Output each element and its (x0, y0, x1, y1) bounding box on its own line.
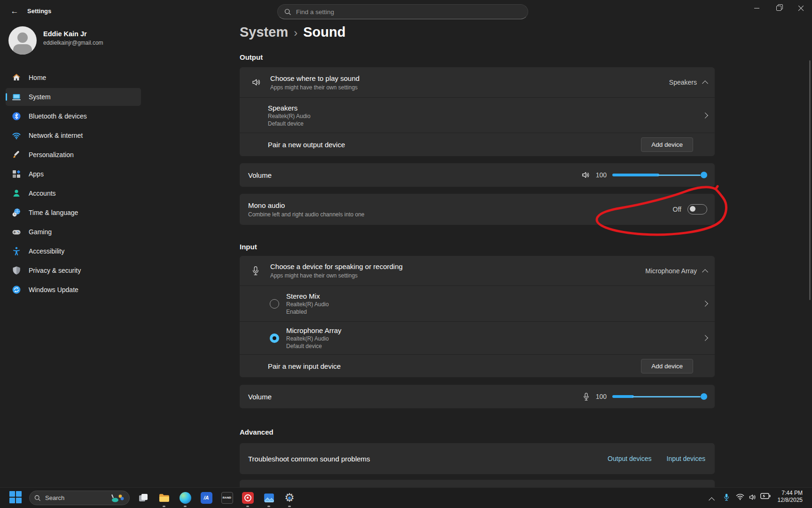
input-volume-row: Volume 100 (240, 385, 715, 408)
mono-audio-title: Mono audio (248, 201, 365, 210)
row-subtitle: Apps might have their own settings (270, 84, 359, 91)
input-volume-value: 100 (596, 393, 607, 400)
breadcrumb-chevron-icon: › (294, 25, 297, 40)
windows-update-icon (12, 285, 21, 294)
minimize-button[interactable] (746, 0, 767, 16)
scrollbar[interactable] (809, 60, 811, 300)
section-label-input: Input (240, 243, 257, 251)
personalization-icon (12, 150, 21, 159)
sidebar-item-windows-update[interactable]: Windows Update (6, 281, 141, 299)
back-button[interactable]: ← (8, 5, 22, 18)
sidebar-item-accounts[interactable]: Accounts (6, 184, 141, 202)
row-subtitle: Apps might have their own settings (270, 272, 403, 279)
input-device-row-stereo-mix[interactable]: Stereo Mix Realtek(R) Audio Enabled (240, 286, 715, 321)
output-devices-link[interactable]: Output devices (608, 455, 651, 462)
input-chooser-row[interactable]: Choose a device for speaking or recordin… (240, 256, 715, 286)
device-status: Enabled (286, 308, 329, 316)
restore-button[interactable] (768, 0, 789, 16)
running-indicator (288, 506, 291, 507)
radio-selected[interactable] (270, 333, 279, 343)
sidebar-item-system[interactable]: System (6, 88, 141, 106)
pair-input-row: Pair a new input device Add device (240, 355, 715, 377)
bluetooth-icon (12, 111, 21, 121)
sidebar-item-label: Personalization (29, 151, 74, 159)
edge-button[interactable] (178, 491, 192, 505)
tray-microphone-button[interactable] (723, 493, 730, 501)
settings-button[interactable]: ⚙ (282, 491, 297, 505)
mono-audio-state: Off (673, 206, 681, 213)
running-indicator (163, 506, 165, 507)
ia-app-button[interactable]: /A (199, 491, 213, 505)
search-highlight-image[interactable] (109, 493, 125, 503)
sidebar-item-time-language[interactable]: Time & language (6, 204, 141, 222)
sidebar-item-bluetooth[interactable]: Bluetooth & devices (6, 107, 141, 125)
app-title: Settings (27, 8, 51, 15)
page-title: Sound (303, 24, 345, 40)
section-label-output: Output (240, 53, 263, 61)
device-name: Microphone Array (286, 326, 342, 335)
troubleshoot-label: Troubleshoot common sound problems (248, 454, 370, 463)
sidebar-item-privacy[interactable]: Privacy & security (6, 262, 141, 279)
output-device-row-speakers[interactable]: Speakers Realtek(R) Audio Default device (240, 98, 715, 133)
microphone-icon[interactable] (582, 392, 590, 401)
file-explorer-button[interactable] (157, 491, 171, 505)
microphone-in-use-icon (723, 493, 730, 501)
taskbar-search[interactable]: Search (29, 491, 130, 505)
task-view-button[interactable] (136, 491, 150, 505)
search-input[interactable]: Find a setting (277, 4, 528, 19)
slider-thumb[interactable] (701, 393, 707, 400)
sidebar-item-gaming[interactable]: Gaming (6, 223, 141, 241)
sidebar-item-network[interactable]: Network & internet (6, 127, 141, 144)
output-volume-slider[interactable] (612, 170, 707, 180)
device-vendor: Realtek(R) Audio (286, 301, 329, 308)
close-button[interactable] (790, 0, 812, 16)
breadcrumb-parent[interactable]: System (240, 24, 288, 40)
tray-expand-button[interactable] (710, 496, 714, 502)
input-devices-link[interactable]: Input devices (667, 455, 706, 462)
tray-volume-button[interactable] (748, 493, 757, 501)
sidebar-item-accessibility[interactable]: Accessibility (6, 242, 141, 260)
add-input-device-button[interactable]: Add device (641, 359, 693, 373)
start-button[interactable] (9, 491, 22, 504)
add-output-device-button[interactable]: Add device (641, 137, 693, 152)
chevron-up-icon[interactable] (702, 80, 708, 87)
chevron-right-icon (702, 112, 708, 119)
tray-clock[interactable]: 7:44 PM 12/8/2025 (778, 490, 803, 504)
sidebar-item-label: Windows Update (29, 286, 78, 294)
device-name: Stereo Mix (286, 292, 329, 301)
speaker-icon[interactable] (581, 170, 590, 180)
sidebar-item-label: Home (29, 74, 46, 81)
minimize-icon (754, 8, 759, 8)
output-device-value: Speakers (669, 79, 697, 86)
sidebar-item-apps[interactable]: Apps (6, 165, 141, 183)
input-device-row-microphone-array[interactable]: Microphone Array Realtek(R) Audio Defaul… (240, 322, 715, 354)
tray-wifi-button[interactable] (736, 493, 744, 500)
sidebar-item-label: Gaming (29, 228, 52, 236)
apps-icon (12, 169, 21, 179)
rand-app-icon: RAND (221, 492, 233, 504)
avatar[interactable] (8, 26, 37, 55)
chevron-up-icon[interactable] (702, 269, 708, 275)
output-chooser-row[interactable]: Choose where to play sound Apps might ha… (240, 67, 715, 97)
accounts-icon (12, 189, 21, 198)
radio-unselected[interactable] (270, 299, 279, 309)
task-view-icon (138, 492, 149, 503)
system-icon (12, 92, 21, 102)
close-icon (798, 5, 804, 11)
tray-date: 12/8/2025 (778, 497, 803, 504)
sidebar-item-personalization[interactable]: Personalization (6, 146, 141, 164)
rand-app-button[interactable]: RAND (220, 491, 234, 505)
speaker-icon (748, 493, 757, 501)
mono-audio-toggle[interactable] (687, 204, 707, 214)
ia-app-icon: /A (201, 492, 212, 504)
target-app-button[interactable] (241, 491, 255, 505)
photos-button[interactable] (262, 491, 276, 505)
tray-battery-button[interactable] (760, 493, 771, 499)
input-volume-slider[interactable] (612, 392, 707, 401)
sidebar-item-home[interactable]: Home (6, 69, 141, 87)
home-icon (12, 73, 21, 82)
input-device-value: Microphone Array (645, 267, 697, 275)
sidebar-item-label: Accessibility (29, 247, 64, 255)
slider-thumb[interactable] (701, 172, 707, 178)
taskbar-search-label: Search (45, 494, 104, 501)
